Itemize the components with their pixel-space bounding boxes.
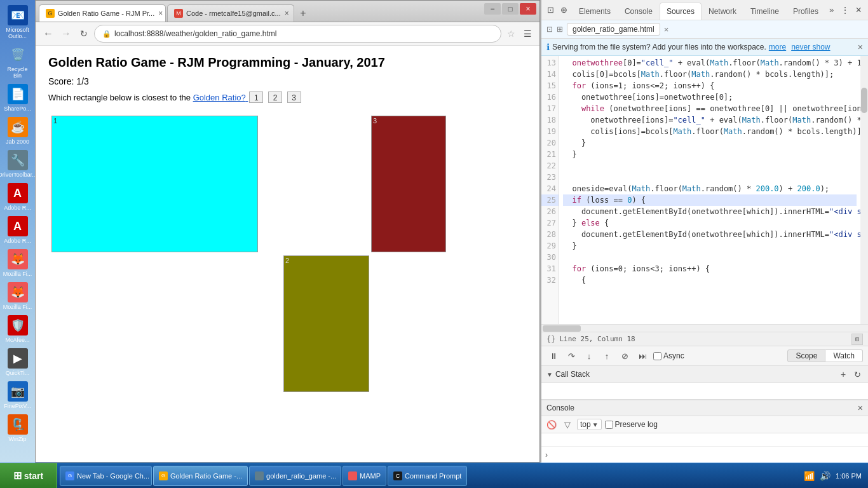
tab1-label: Golden Ratio Game - RJM Pr... (58, 10, 154, 17)
settings-button[interactable]: ☰ (520, 27, 534, 41)
info-more-link[interactable]: more (769, 43, 786, 51)
preserve-log-checkbox[interactable] (605, 421, 613, 429)
preserve-log-container[interactable]: Preserve log (605, 420, 658, 429)
pretty-print-button[interactable]: ⊞ (851, 334, 863, 345)
bookmark-button[interactable]: ☆ (504, 27, 518, 41)
close-button[interactable]: × (520, 3, 536, 15)
devtools-inspect-button[interactable]: ⊕ (559, 3, 570, 17)
desktop-icon-sp[interactable]: 📄 SharePo... (2, 82, 34, 114)
taskbar-item-cmdprompt[interactable]: C Command Prompt (388, 466, 467, 486)
devtools-dock-button[interactable]: ⊡ (545, 3, 557, 17)
desktop-icon-adobe2[interactable]: A Adobe R... (2, 214, 34, 246)
desktop-icon-firefox1[interactable]: 🦊 Mozilla Fi... (2, 247, 34, 279)
rectangle-2[interactable]: 2 (283, 255, 369, 392)
async-checkbox-container[interactable]: Async (653, 351, 684, 360)
async-checkbox[interactable] (653, 352, 661, 360)
new-tab-button[interactable]: + (296, 6, 310, 20)
reload-button[interactable]: ↻ (76, 26, 92, 41)
back-button[interactable]: ← (41, 26, 56, 41)
info-close-icon[interactable]: × (858, 42, 863, 52)
console-input[interactable] (550, 451, 864, 459)
top-dropdown-arrow: ▼ (592, 421, 599, 428)
devtools-panel: ⊡ ⊕ Elements Console Sources Network Tim… (540, 0, 868, 463)
info-never-link[interactable]: never show (791, 43, 830, 51)
desktop-icon-recycle[interactable]: 🗑️ Recycle Bin (2, 43, 34, 81)
horizontal-scroll-area[interactable] (541, 324, 868, 332)
start-button[interactable]: ⊞ start (0, 463, 57, 489)
taskbar: ⊞ start G New Tab - Google Ch... G Golde… (0, 463, 868, 488)
console-tab-label: Console (625, 7, 653, 16)
tab-timeline[interactable]: Timeline (743, 3, 786, 20)
taskbar-item-newtab[interactable]: G New Tab - Google Ch... (60, 466, 152, 486)
tab-console[interactable]: Console (618, 3, 660, 20)
tab-profiles[interactable]: Profiles (786, 3, 825, 20)
deactivate-breakpoints-button[interactable]: ⊘ (618, 349, 632, 363)
file-close-button[interactable]: × (664, 25, 669, 34)
code-line-22 (563, 160, 857, 172)
code-line-21: } (563, 149, 857, 160)
top-selector[interactable]: top ▼ (577, 419, 602, 430)
devtools-toolbar: ⊡ ⊕ Elements Console Sources Network Tim… (541, 0, 868, 20)
rectangle-1[interactable]: 1 (51, 116, 258, 252)
sources-tab-label: Sources (667, 7, 695, 16)
code-scrollbar[interactable] (860, 56, 868, 324)
scrollbar-thumb[interactable] (861, 88, 867, 113)
tab-golden-ratio[interactable]: G Golden Ratio Game - RJM Pr... × (39, 4, 166, 22)
desktop-icon-jab[interactable]: ☕ Jab 2000 (2, 115, 34, 147)
desktop-icon-winzip[interactable]: 🗜️ WinZip (2, 412, 34, 444)
console-close-button[interactable]: × (858, 403, 863, 413)
devtools-close-button[interactable]: × (853, 3, 864, 17)
step-over-button[interactable]: ↷ (564, 349, 578, 363)
tab-sources[interactable]: Sources (660, 3, 702, 20)
address-text: localhost:8888/weather/golden_ratio_game… (114, 29, 277, 38)
address-bar[interactable]: 🔒 localhost:8888/weather/golden_ratio_ga… (94, 25, 501, 43)
format-icon[interactable]: {} (546, 335, 555, 344)
maximize-button[interactable]: □ (502, 3, 519, 15)
tab-network[interactable]: Network (702, 3, 743, 20)
step-out-button[interactable]: ↑ (600, 349, 614, 363)
recycle-icon: 🗑️ (8, 44, 28, 65)
code-content[interactable]: onetwothree[0]="cell_" + eval(Math.floor… (559, 56, 860, 324)
choice-btn-2[interactable]: 2 (268, 92, 282, 103)
call-stack-header[interactable]: ▼ Call Stack + ↻ (541, 366, 868, 383)
forward-button[interactable]: → (58, 26, 74, 41)
tab2-close[interactable]: × (285, 9, 289, 18)
tab-gmail[interactable]: M Code - rmetcalfe15@gmail.c... × (167, 4, 294, 22)
taskbar-item-mamp[interactable]: MAMP (342, 466, 386, 486)
choice-btn-1[interactable]: 1 (249, 92, 263, 103)
h-scrollbar-thumb[interactable] (543, 325, 581, 332)
devtools-menu-button[interactable]: ⋮ (839, 3, 851, 17)
desktop-icon-driver[interactable]: 🔧 DriverToolbar... (2, 148, 34, 180)
minimize-button[interactable]: − (484, 3, 501, 15)
watch-tab[interactable]: Watch (825, 349, 863, 362)
call-stack-refresh-button[interactable]: ↻ (851, 369, 863, 380)
console-header: Console × (541, 400, 868, 416)
pause-on-exceptions-button[interactable]: ⏭ (635, 349, 649, 363)
console-clear-button[interactable]: 🚫 (545, 418, 558, 431)
taskbar-item-goldenfile[interactable]: golden_ratio_game -... (249, 466, 341, 486)
desktop-icon-mcafee[interactable]: 🛡️ McAfee... (2, 313, 34, 345)
choice-btn-3[interactable]: 3 (287, 92, 301, 103)
tab1-close[interactable]: × (158, 9, 163, 18)
finepix-label: FinePixV... (4, 403, 31, 409)
code-area: 13 14 15 16 17 18 19 20 21 22 23 24 25 2… (541, 56, 868, 346)
desktop-icon-outlook[interactable]: 📧 Microsoft Outlo... (2, 3, 34, 41)
desktop-icon-firefox2[interactable]: 🦊 Mozilla Fi... (2, 280, 34, 312)
scope-tab[interactable]: Scope (787, 349, 825, 362)
code-line-25: if (loss == 0) { (563, 194, 857, 206)
step-into-button[interactable]: ↓ (582, 349, 596, 363)
tab-elements[interactable]: Elements (572, 3, 618, 20)
rect2-label: 2 (285, 257, 289, 264)
console-filter-button[interactable]: ▽ (561, 418, 574, 431)
console-content (541, 433, 868, 446)
taskbar-item-goldenratio[interactable]: G Golden Ratio Game -... (153, 466, 248, 486)
mcafee-label: McAfee... (5, 337, 29, 343)
desktop-icon-finepix[interactable]: 📷 FinePixV... (2, 379, 34, 411)
desktop-icon-quicktime[interactable]: ▶ QuickTi... (2, 346, 34, 378)
pause-button[interactable]: ⏸ (546, 349, 560, 363)
call-stack-add-button[interactable]: + (837, 369, 849, 380)
devtools-more-button[interactable]: » (825, 5, 837, 15)
golden-ratio-link[interactable]: Golden Ratio? (193, 93, 248, 102)
desktop-icon-adobe1[interactable]: A Adobe R... (2, 181, 34, 213)
rectangle-3[interactable]: 3 (371, 116, 446, 252)
